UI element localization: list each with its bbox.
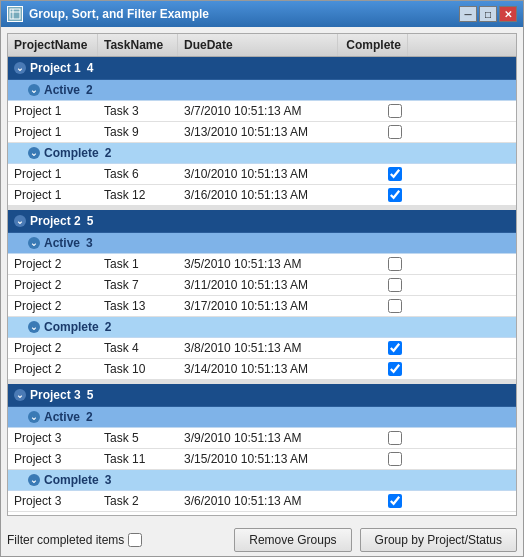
cell-due-2-0-1: 3/15/2010 10:51:13 AM (178, 449, 338, 469)
cell-complete-1-1-1[interactable] (338, 359, 408, 379)
close-button[interactable]: ✕ (499, 6, 517, 22)
subgroup-header-1-1[interactable]: ⌄ Complete 2 (8, 317, 516, 338)
cell-project-2-0-1: Project 3 (8, 449, 98, 469)
subgroup-count-2-1: 3 (105, 473, 112, 487)
subgroup-header-0-1[interactable]: ⌄ Complete 2 (8, 143, 516, 164)
group-header-2[interactable]: ⌄ Project 3 5 (8, 384, 516, 407)
cell-complete-1-0-0[interactable] (338, 254, 408, 274)
subgroup-count-0-0: 2 (86, 83, 93, 97)
group-name-1: Project 2 (30, 214, 81, 228)
data-row-2-0-0: Project 3 Task 5 3/9/2010 10:51:13 AM (8, 428, 516, 449)
group-header-0[interactable]: ⌄ Project 1 4 (8, 57, 516, 80)
cell-extra-0-1-1 (408, 185, 438, 205)
cell-task-1-1-0: Task 4 (98, 338, 178, 358)
cell-project-2-1-1: Project 3 (8, 512, 98, 516)
data-row-1-1-0: Project 2 Task 4 3/8/2010 10:51:13 AM (8, 338, 516, 359)
title-bar-left: Group, Sort, and Filter Example (7, 6, 209, 22)
subgroup-chevron-2-0[interactable]: ⌄ (28, 411, 40, 423)
checkbox-1-1-0[interactable] (388, 341, 402, 355)
cell-due-2-1-1: 3/12/2010 10:51:13 AM (178, 512, 338, 516)
subgroup-chevron-0-0[interactable]: ⌄ (28, 84, 40, 96)
cell-due-0-1-1: 3/16/2010 10:51:13 AM (178, 185, 338, 205)
checkbox-0-0-0[interactable] (388, 104, 402, 118)
subgroup-chevron-1-0[interactable]: ⌄ (28, 237, 40, 249)
checkbox-1-0-1[interactable] (388, 278, 402, 292)
cell-due-1-0-0: 3/5/2010 10:51:13 AM (178, 254, 338, 274)
data-row-0-1-0: Project 1 Task 6 3/10/2010 10:51:13 AM (8, 164, 516, 185)
minimize-button[interactable]: ─ (459, 6, 477, 22)
data-row-2-1-0: Project 3 Task 2 3/6/2010 10:51:13 AM (8, 491, 516, 512)
group-chevron-1[interactable]: ⌄ (14, 215, 26, 227)
cell-project-1-1-1: Project 2 (8, 359, 98, 379)
cell-complete-0-0-0[interactable] (338, 101, 408, 121)
group-status-button[interactable]: Group by Project/Status (360, 528, 517, 552)
cell-task-2-0-0: Task 5 (98, 428, 178, 448)
app-icon (7, 6, 23, 22)
checkbox-1-1-1[interactable] (388, 362, 402, 376)
subgroup-status-0-0: Active (44, 83, 80, 97)
checkbox-2-0-0[interactable] (388, 431, 402, 445)
checkbox-0-1-0[interactable] (388, 167, 402, 181)
cell-complete-2-0-1[interactable] (338, 449, 408, 469)
cell-complete-1-0-1[interactable] (338, 275, 408, 295)
filter-label-text: Filter completed items (7, 533, 124, 547)
col-header-task: TaskName (98, 34, 178, 56)
cell-extra-1-0-0 (408, 254, 438, 274)
cell-complete-0-0-1[interactable] (338, 122, 408, 142)
subgroup-chevron-0-1[interactable]: ⌄ (28, 147, 40, 159)
cell-due-1-0-2: 3/17/2010 10:51:13 AM (178, 296, 338, 316)
group-chevron-0[interactable]: ⌄ (14, 62, 26, 74)
group-header-1[interactable]: ⌄ Project 2 5 (8, 210, 516, 233)
checkbox-0-0-1[interactable] (388, 125, 402, 139)
checkbox-2-0-1[interactable] (388, 452, 402, 466)
maximize-button[interactable]: □ (479, 6, 497, 22)
cell-complete-1-0-2[interactable] (338, 296, 408, 316)
cell-complete-0-1-0[interactable] (338, 164, 408, 184)
cell-complete-0-1-1[interactable] (338, 185, 408, 205)
grid-header: ProjectName TaskName DueDate Complete (8, 34, 516, 57)
checkbox-1-0-0[interactable] (388, 257, 402, 271)
cell-task-0-0-1: Task 9 (98, 122, 178, 142)
cell-complete-2-1-0[interactable] (338, 491, 408, 511)
title-controls: ─ □ ✕ (459, 6, 517, 22)
cell-complete-1-1-0[interactable] (338, 338, 408, 358)
title-bar: Group, Sort, and Filter Example ─ □ ✕ (1, 1, 523, 27)
subgroup-chevron-1-1[interactable]: ⌄ (28, 321, 40, 333)
cell-complete-2-0-0[interactable] (338, 428, 408, 448)
filter-checkbox[interactable] (128, 533, 142, 547)
subgroup-header-2-1[interactable]: ⌄ Complete 3 (8, 470, 516, 491)
filter-label[interactable]: Filter completed items (7, 533, 142, 547)
group-chevron-2[interactable]: ⌄ (14, 389, 26, 401)
cell-project-0-1-1: Project 1 (8, 185, 98, 205)
subgroup-header-1-0[interactable]: ⌄ Active 3 (8, 233, 516, 254)
svg-rect-0 (10, 9, 20, 19)
cell-due-0-0-1: 3/13/2010 10:51:13 AM (178, 122, 338, 142)
data-row-2-1-1: Project 3 Task 8 3/12/2010 10:51:13 AM (8, 512, 516, 516)
data-row-0-1-1: Project 1 Task 12 3/16/2010 10:51:13 AM (8, 185, 516, 206)
cell-complete-2-1-1[interactable] (338, 512, 408, 516)
data-row-0-0-1: Project 1 Task 9 3/13/2010 10:51:13 AM (8, 122, 516, 143)
cell-due-0-1-0: 3/10/2010 10:51:13 AM (178, 164, 338, 184)
subgroup-header-2-0[interactable]: ⌄ Active 2 (8, 407, 516, 428)
cell-extra-2-0-0 (408, 428, 438, 448)
cell-task-1-1-1: Task 10 (98, 359, 178, 379)
group-count-1: 5 (87, 214, 94, 228)
group-name-0: Project 1 (30, 61, 81, 75)
subgroup-chevron-2-1[interactable]: ⌄ (28, 474, 40, 486)
remove-groups-button[interactable]: Remove Groups (234, 528, 351, 552)
subgroup-status-2-0: Active (44, 410, 80, 424)
cell-extra-1-0-1 (408, 275, 438, 295)
cell-project-0-1-0: Project 1 (8, 164, 98, 184)
subgroup-header-0-0[interactable]: ⌄ Active 2 (8, 80, 516, 101)
data-grid: ProjectName TaskName DueDate Complete ⌄ … (7, 33, 517, 516)
subgroup-status-1-1: Complete (44, 320, 99, 334)
checkbox-1-0-2[interactable] (388, 299, 402, 313)
cell-task-2-1-0: Task 2 (98, 491, 178, 511)
col-header-complete: Complete (338, 34, 408, 56)
checkbox-2-1-1[interactable] (388, 515, 402, 516)
cell-extra-0-0-0 (408, 101, 438, 121)
checkbox-2-1-0[interactable] (388, 494, 402, 508)
content-area: ProjectName TaskName DueDate Complete ⌄ … (1, 27, 523, 522)
cell-task-0-1-1: Task 12 (98, 185, 178, 205)
checkbox-0-1-1[interactable] (388, 188, 402, 202)
